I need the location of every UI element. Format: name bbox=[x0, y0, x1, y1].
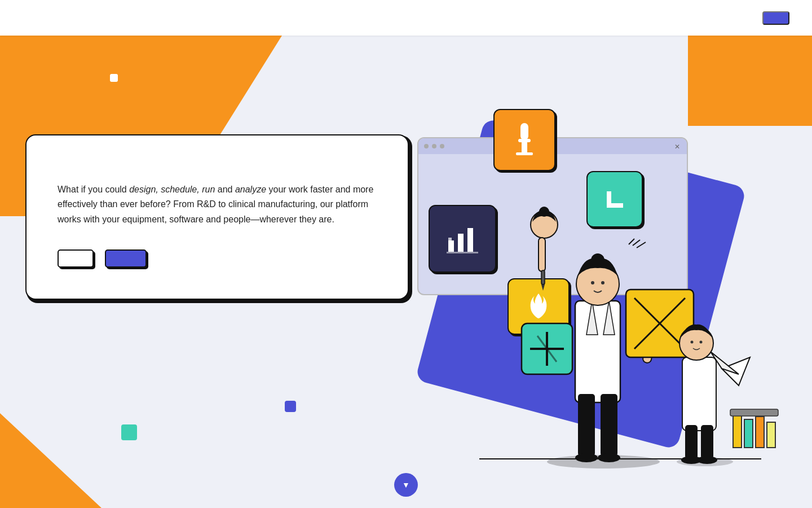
people-illustration-svg bbox=[434, 81, 801, 487]
deco-dot-teal bbox=[121, 424, 137, 440]
svg-rect-50 bbox=[744, 419, 753, 448]
scroll-down-indicator[interactable] bbox=[394, 473, 418, 497]
svg-rect-52 bbox=[767, 422, 775, 448]
svg-point-22 bbox=[591, 253, 604, 267]
svg-point-40 bbox=[691, 341, 694, 344]
svg-rect-53 bbox=[730, 409, 778, 416]
screen-dot-1 bbox=[424, 144, 429, 148]
svg-line-54 bbox=[629, 239, 634, 244]
svg-rect-34 bbox=[682, 357, 716, 431]
svg-marker-48 bbox=[541, 284, 545, 291]
navbar bbox=[0, 0, 812, 36]
svg-point-23 bbox=[591, 281, 594, 284]
hero-description: What if you could design, schedule, run … bbox=[58, 182, 374, 227]
svg-point-38 bbox=[697, 456, 717, 464]
svg-rect-46 bbox=[539, 238, 545, 271]
talk-to-us-button[interactable] bbox=[105, 249, 147, 268]
nav-links bbox=[663, 11, 789, 25]
nav-what-it-does[interactable] bbox=[688, 14, 708, 23]
svg-line-55 bbox=[633, 240, 640, 246]
svg-rect-14 bbox=[575, 301, 620, 402]
svg-point-45 bbox=[539, 207, 549, 217]
svg-point-19 bbox=[575, 453, 598, 462]
svg-point-20 bbox=[598, 453, 620, 462]
svg-rect-35 bbox=[685, 425, 698, 459]
svg-rect-36 bbox=[701, 425, 713, 459]
learn-more-button[interactable] bbox=[58, 249, 94, 268]
hero-section: What if you could design, schedule, run … bbox=[0, 36, 812, 508]
hero-buttons bbox=[58, 249, 374, 268]
orange-bg-bottom-left bbox=[0, 350, 102, 508]
svg-rect-47 bbox=[541, 270, 545, 284]
svg-point-41 bbox=[700, 341, 703, 344]
nav-cta-button[interactable] bbox=[762, 11, 789, 25]
svg-rect-49 bbox=[733, 414, 742, 448]
svg-line-56 bbox=[637, 242, 646, 248]
hero-card: What if you could design, schedule, run … bbox=[25, 134, 409, 300]
hero-illustration: ✕ bbox=[389, 81, 812, 487]
svg-point-24 bbox=[601, 281, 604, 284]
nav-how-it-works[interactable] bbox=[663, 14, 683, 23]
deco-dot-white bbox=[110, 74, 118, 82]
svg-rect-18 bbox=[601, 394, 617, 456]
svg-rect-51 bbox=[756, 417, 764, 448]
svg-rect-17 bbox=[578, 394, 595, 456]
deco-dot-purple-2 bbox=[285, 401, 296, 412]
nav-about-us[interactable] bbox=[713, 14, 733, 23]
nav-work-here[interactable] bbox=[738, 14, 758, 23]
